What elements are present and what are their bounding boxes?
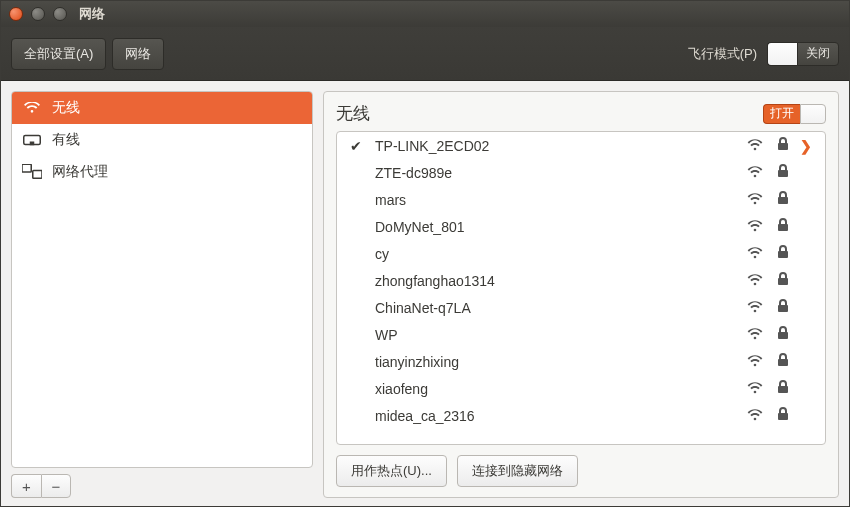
- add-remove-group: + −: [11, 474, 313, 498]
- network-ssid: cy: [375, 246, 739, 262]
- network-ssid: tianyinzhixing: [375, 354, 739, 370]
- airplane-mode-label: 飞行模式(P): [688, 45, 757, 63]
- titlebar: 网络: [1, 1, 849, 27]
- lock-icon: [777, 272, 789, 289]
- body: 无线有线网络代理 + − 无线 打开 ✔TP-LINK_2ECD02❯ZTE-d…: [1, 81, 849, 506]
- add-connection-button[interactable]: +: [11, 474, 41, 498]
- airplane-switch-knob: [767, 42, 797, 66]
- network-ssid: xiaofeng: [375, 381, 739, 397]
- svg-rect-11: [778, 332, 788, 339]
- window-maximize-icon[interactable]: [53, 7, 67, 21]
- sidebar-item-label: 有线: [52, 131, 80, 149]
- network-row[interactable]: tianyinzhixing: [337, 348, 825, 375]
- network-crumb-button[interactable]: 网络: [112, 38, 164, 70]
- wireless-toggle[interactable]: 打开: [763, 104, 826, 124]
- wireless-toggle-label: 打开: [763, 104, 800, 124]
- network-row[interactable]: cy: [337, 240, 825, 267]
- wifi-signal-icon: [747, 408, 763, 424]
- network-settings-window: 网络 全部设置(A) 网络 飞行模式(P) 关闭 无线有线网络代理 + − 无线…: [0, 0, 850, 507]
- category-list: 无线有线网络代理: [11, 91, 313, 468]
- network-row[interactable]: ChinaNet-q7LA: [337, 294, 825, 321]
- wifi-signal-icon: [747, 327, 763, 343]
- svg-rect-14: [778, 413, 788, 420]
- sidebar-item-label: 网络代理: [52, 163, 108, 181]
- use-as-hotspot-button[interactable]: 用作热点(U)...: [336, 455, 447, 487]
- network-row[interactable]: ✔TP-LINK_2ECD02❯: [337, 132, 825, 159]
- wifi-icon: [22, 102, 42, 114]
- network-ssid: midea_ca_2316: [375, 408, 739, 424]
- window-minimize-icon[interactable]: [31, 7, 45, 21]
- sidebar: 无线有线网络代理 + −: [11, 91, 313, 498]
- svg-rect-9: [778, 278, 788, 285]
- svg-rect-6: [778, 197, 788, 204]
- wireless-panel: 无线 打开 ✔TP-LINK_2ECD02❯ZTE-dc989emarsDoMy…: [323, 91, 839, 498]
- lock-icon: [777, 218, 789, 235]
- network-row[interactable]: xiaofeng: [337, 375, 825, 402]
- airplane-switch-state: 关闭: [797, 42, 839, 66]
- lock-icon: [777, 353, 789, 370]
- lock-icon: [777, 191, 789, 208]
- network-row[interactable]: midea_ca_2316: [337, 402, 825, 429]
- network-ssid: DoMyNet_801: [375, 219, 739, 235]
- proxy-icon: [22, 164, 42, 180]
- svg-rect-12: [778, 359, 788, 366]
- lock-icon: [777, 137, 789, 154]
- svg-rect-4: [778, 143, 788, 150]
- window-title: 网络: [79, 5, 105, 23]
- svg-rect-13: [778, 386, 788, 393]
- sidebar-item-wifi[interactable]: 无线: [12, 92, 312, 124]
- window-close-icon[interactable]: [9, 7, 23, 21]
- network-row[interactable]: zhongfanghao1314: [337, 267, 825, 294]
- network-row[interactable]: WP: [337, 321, 825, 348]
- svg-rect-1: [30, 142, 35, 146]
- network-row[interactable]: DoMyNet_801: [337, 213, 825, 240]
- toolbar: 全部设置(A) 网络 飞行模式(P) 关闭: [1, 27, 849, 81]
- lock-icon: [777, 326, 789, 343]
- lock-icon: [777, 245, 789, 262]
- wifi-signal-icon: [747, 138, 763, 154]
- svg-rect-3: [33, 170, 42, 178]
- panel-title: 无线: [336, 102, 370, 125]
- network-row[interactable]: ZTE-dc989e: [337, 159, 825, 186]
- svg-rect-10: [778, 305, 788, 312]
- remove-connection-button[interactable]: −: [41, 474, 71, 498]
- hidden-network-button[interactable]: 连接到隐藏网络: [457, 455, 578, 487]
- wifi-signal-icon: [747, 273, 763, 289]
- all-settings-button[interactable]: 全部设置(A): [11, 38, 106, 70]
- sidebar-item-ethernet[interactable]: 有线: [12, 124, 312, 156]
- network-list[interactable]: ✔TP-LINK_2ECD02❯ZTE-dc989emarsDoMyNet_80…: [336, 131, 826, 445]
- network-ssid: zhongfanghao1314: [375, 273, 739, 289]
- lock-icon: [777, 299, 789, 316]
- connected-check-icon: ✔: [345, 138, 367, 154]
- wifi-signal-icon: [747, 381, 763, 397]
- svg-rect-5: [778, 170, 788, 177]
- airplane-mode-switch[interactable]: 关闭: [767, 42, 839, 66]
- sidebar-item-label: 无线: [52, 99, 80, 117]
- lock-icon: [777, 380, 789, 397]
- network-row[interactable]: mars: [337, 186, 825, 213]
- details-arrow-icon[interactable]: ❯: [797, 138, 815, 154]
- network-ssid: TP-LINK_2ECD02: [375, 138, 739, 154]
- svg-rect-2: [22, 164, 31, 172]
- lock-icon: [777, 164, 789, 181]
- network-ssid: ChinaNet-q7LA: [375, 300, 739, 316]
- network-ssid: mars: [375, 192, 739, 208]
- wireless-toggle-knob: [800, 104, 826, 124]
- sidebar-item-proxy[interactable]: 网络代理: [12, 156, 312, 188]
- network-ssid: ZTE-dc989e: [375, 165, 739, 181]
- wifi-signal-icon: [747, 354, 763, 370]
- lock-icon: [777, 407, 789, 424]
- ethernet-icon: [22, 133, 42, 147]
- wifi-signal-icon: [747, 165, 763, 181]
- wifi-signal-icon: [747, 192, 763, 208]
- svg-rect-7: [778, 224, 788, 231]
- wifi-signal-icon: [747, 300, 763, 316]
- svg-rect-8: [778, 251, 788, 258]
- wifi-signal-icon: [747, 246, 763, 262]
- wifi-signal-icon: [747, 219, 763, 235]
- network-ssid: WP: [375, 327, 739, 343]
